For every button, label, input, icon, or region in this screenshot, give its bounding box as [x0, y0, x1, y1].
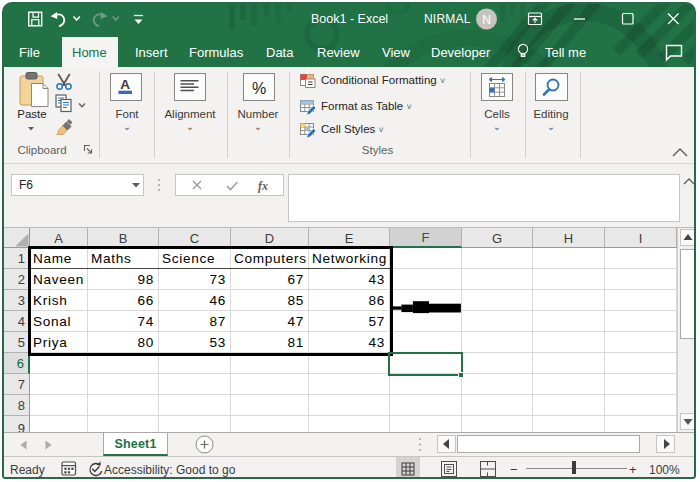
svg-text:N: N — [482, 13, 491, 27]
svg-text:A: A — [120, 77, 130, 92]
svg-text:%: % — [251, 80, 265, 97]
svg-text:fx: fx — [258, 179, 268, 193]
